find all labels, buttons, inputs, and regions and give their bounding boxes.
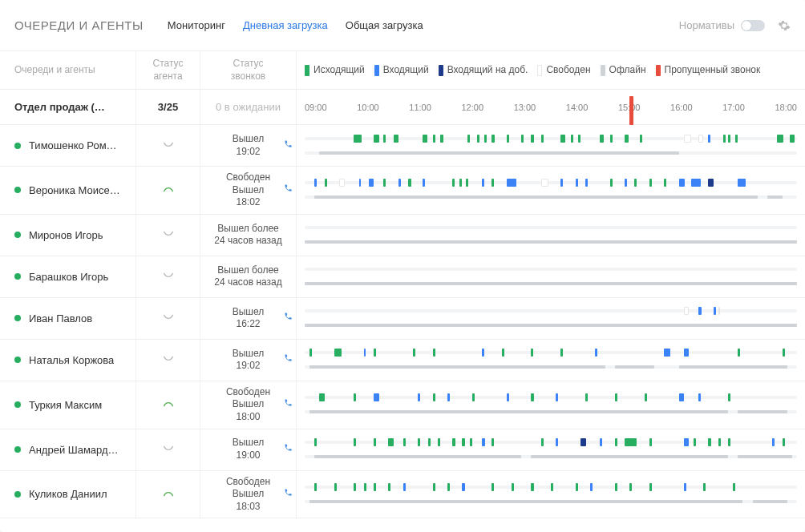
timeline-segment — [576, 483, 578, 491]
timeline-segment — [440, 135, 443, 143]
call-status-line: Вышел более — [217, 223, 279, 236]
timeline-segment — [374, 349, 376, 357]
timeline-cell[interactable] — [297, 471, 805, 518]
timeline-segment — [359, 179, 361, 187]
agent-status-cell — [136, 125, 200, 166]
norms-toggle[interactable] — [741, 20, 765, 31]
agent-status-cell — [136, 167, 200, 214]
timeline-cell[interactable] — [297, 167, 805, 214]
tab-2[interactable]: Общая загрузка — [346, 16, 423, 34]
timeline-segment — [698, 135, 703, 143]
timeline-segment — [309, 500, 742, 503]
timeline-segment — [551, 483, 553, 491]
timeline-cell[interactable] — [297, 125, 805, 166]
agent-row[interactable]: Куликов ДаниилСвободенВышел18:03 — [0, 471, 805, 519]
timeline-track — [305, 265, 797, 273]
agent-row[interactable]: Тимошенко Ром…Вышел19:02 — [0, 125, 805, 167]
time-tick: 17:00 — [722, 103, 745, 112]
timeline-segment — [305, 282, 797, 285]
timeline-segment — [679, 365, 787, 369]
timeline-segment — [314, 179, 317, 187]
timeline-segment — [512, 483, 514, 491]
timeline-cell[interactable] — [297, 381, 805, 429]
timeline-segment — [649, 438, 652, 446]
timeline-segment — [314, 483, 317, 491]
timeline-segment — [738, 349, 740, 357]
call-status-line: 19:02 — [236, 360, 260, 373]
timeline-cell[interactable] — [297, 215, 805, 256]
tab-1[interactable]: Дневная загрузка — [243, 16, 328, 34]
timeline-track — [305, 179, 797, 187]
time-tick: 10:00 — [357, 103, 379, 112]
timeline-segment — [314, 455, 521, 458]
call-icon — [284, 353, 293, 366]
legend-label: Входящий на доб. — [447, 64, 528, 77]
timeline-segment — [309, 410, 728, 413]
timeline-segment — [369, 179, 374, 187]
timeline-segment — [738, 179, 745, 187]
timeline-cell[interactable] — [297, 256, 805, 297]
timeline-cell[interactable] — [297, 429, 805, 470]
agent-row[interactable]: Андрей Шамард…Вышел19:00 — [0, 429, 805, 471]
agent-row[interactable]: Иван ПавловВышел16:22 — [0, 298, 805, 340]
agent-name: Андрей Шамард… — [29, 444, 119, 456]
timeline-segment — [462, 483, 464, 491]
call-status-line: 18:00 — [236, 411, 260, 424]
legend-item: Офлайн — [601, 64, 646, 77]
timeline-segment — [728, 438, 730, 446]
page-title: ОЧЕРЕДИ И АГЕНТЫ — [14, 18, 144, 32]
timeline-segment — [531, 135, 533, 143]
timeline-track — [305, 408, 797, 416]
gear-icon[interactable] — [778, 19, 791, 32]
timeline-segment — [708, 438, 710, 446]
phone-status-icon — [162, 139, 175, 152]
timeline-segment — [447, 483, 450, 491]
agent-name: Вероника Моисе… — [29, 184, 120, 196]
current-time-marker — [629, 96, 633, 125]
agent-row[interactable]: Туркия МаксимСвободенВышел18:00 — [0, 381, 805, 429]
time-tick: 11:00 — [409, 103, 431, 112]
timeline-cell[interactable] — [297, 298, 805, 339]
call-icon — [284, 312, 293, 324]
legend-swatch — [656, 65, 661, 76]
phone-status-icon — [162, 443, 175, 456]
timeline-segment — [482, 438, 485, 446]
timeline-segment — [423, 135, 427, 143]
timeline-segment — [374, 483, 376, 491]
agent-name: Барашков Игорь — [29, 271, 108, 283]
timeline-segment — [684, 307, 689, 315]
timeline-segment — [718, 438, 721, 446]
call-status-cell: Вышел19:00 — [200, 429, 297, 470]
timeline-segment — [334, 483, 337, 491]
agent-name: Наталья Коржова — [29, 354, 114, 366]
agent-row[interactable]: Миронов ИгорьВышел более24 часов назад — [0, 215, 805, 256]
phone-status-icon — [162, 398, 175, 411]
timeline-segment — [735, 135, 738, 143]
agent-row[interactable]: Вероника Моисе…СвободенВышел18:02 — [0, 167, 805, 215]
timeline-segment — [364, 349, 366, 357]
status-dot — [14, 143, 21, 149]
agent-row[interactable]: Наталья КоржоваВышел19:02 — [0, 340, 805, 381]
timeline-segment — [733, 483, 735, 491]
topbar: ОЧЕРЕДИ И АГЕНТЫ МониторингДневная загру… — [0, 0, 805, 51]
timeline-segment — [491, 483, 494, 491]
group-row[interactable]: Отдел продаж (… 3/25 0 в ожидании 09:001… — [0, 90, 805, 125]
col-call-status: Статусзвонков — [200, 51, 297, 89]
agent-status-cell — [136, 429, 200, 470]
call-status-cell: Вышел более24 часов назад — [200, 256, 297, 297]
status-dot — [14, 273, 21, 280]
timeline-segment — [541, 135, 544, 143]
timeline-cell[interactable] — [297, 340, 805, 381]
tab-0[interactable]: Мониторинг — [168, 16, 225, 34]
timeline-track — [305, 135, 797, 143]
phone-status-icon — [162, 228, 175, 241]
timeline-segment — [560, 179, 563, 187]
timeline-segment — [418, 393, 420, 401]
timeline-segment — [728, 135, 730, 143]
timeline-segment — [541, 438, 544, 446]
timeline-segment — [560, 135, 565, 143]
timeline-segment — [309, 349, 312, 357]
timeline-segment — [491, 135, 495, 143]
agent-row[interactable]: Барашков ИгорьВышел более24 часов назад — [0, 256, 805, 298]
agent-name-cell: Иван Павлов — [0, 298, 136, 339]
